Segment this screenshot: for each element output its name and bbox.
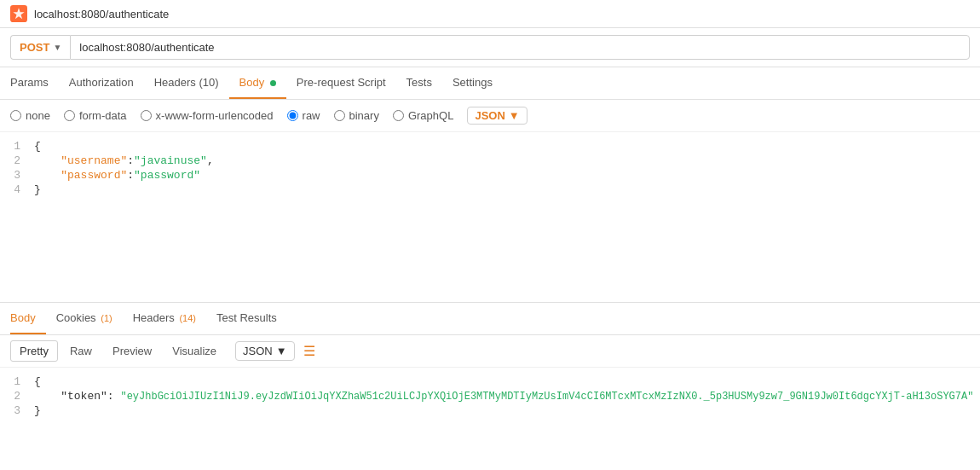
radio-binary-input[interactable] [334,110,345,121]
radio-graphql-input[interactable] [393,110,404,121]
response-sub-tabs: Pretty Raw Preview Visualize JSON ▼ ☰ [0,335,980,368]
response-tab-test-results[interactable]: Test Results [206,303,287,334]
headers-response-badge: (14) [179,313,196,323]
postman-icon [10,5,27,22]
top-bar: localhost:8080/authenticate [0,0,980,28]
method-select[interactable]: POST ▼ [10,35,70,60]
radio-none[interactable]: none [10,109,50,122]
response-tabs-row: Body Cookies (1) Headers (14) Test Resul… [0,303,980,335]
line-number: 2 [0,390,34,403]
tab-authorization[interactable]: Authorization [59,67,144,99]
resp-sub-tab-preview[interactable]: Preview [104,341,160,361]
request-body-editor[interactable]: 1 { 2 "username":"javainuse", 3 "passwor… [0,132,980,303]
resp-code-line-1: 1 { [0,374,980,389]
resp-code-line-2: 2 "token": "eyJhbGciOiJIUzI1NiJ9.eyJzdWI… [0,389,980,403]
url-input[interactable] [70,35,970,60]
response-json-select[interactable]: JSON ▼ [235,341,295,361]
url-bar-section: POST ▼ [0,28,980,67]
code-content: "token": "eyJhbGciOiJIUzI1NiJ9.eyJzdWIiO… [34,390,973,403]
top-bar-url: localhost:8080/authenticate [34,8,169,20]
cookies-badge: (1) [101,313,112,323]
line-number: 3 [0,404,34,417]
radio-raw[interactable]: raw [287,109,320,122]
json-select-chevron-icon: ▼ [509,109,520,122]
body-dot-indicator [270,80,276,86]
method-label: POST [20,41,49,54]
code-content: "password":"password" [34,169,200,182]
tab-pre-request-script[interactable]: Pre-request Script [286,67,396,99]
resp-sub-tab-pretty[interactable]: Pretty [10,340,58,362]
resp-sub-tab-visualize[interactable]: Visualize [164,341,225,361]
code-content: "username":"javainuse", [34,154,214,167]
headers-badge: (10) [199,76,218,89]
radio-form-data[interactable]: form-data [64,109,127,122]
tab-params[interactable]: Params [10,67,59,99]
code-content: } [34,183,41,196]
line-number: 2 [0,154,34,167]
response-section: Body Cookies (1) Headers (14) Test Resul… [0,303,980,425]
line-number: 3 [0,169,34,182]
resp-code-line-3: 3 } [0,403,980,418]
response-tab-cookies[interactable]: Cookies (1) [46,303,123,334]
response-tab-body[interactable]: Body [10,303,46,334]
radio-binary[interactable]: binary [334,109,379,122]
code-content: { [34,375,41,388]
radio-graphql[interactable]: GraphQL [393,109,453,122]
code-content: { [34,140,41,153]
radio-raw-input[interactable] [287,110,298,121]
line-number: 1 [0,375,34,388]
response-body-editor: 1 { 2 "token": "eyJhbGciOiJIUzI1NiJ9.eyJ… [0,368,980,425]
code-line-3: 3 "password":"password" [0,168,980,183]
response-json-label: JSON [243,345,273,357]
request-tabs-row: Params Authorization Headers (10) Body P… [0,67,980,100]
body-options-row: none form-data x-www-form-urlencoded raw… [0,100,980,132]
tab-tests[interactable]: Tests [396,67,442,99]
code-content: } [34,404,41,417]
code-line-4: 4 } [0,183,980,197]
tab-settings[interactable]: Settings [442,67,503,99]
radio-urlencoded-input[interactable] [141,110,152,121]
response-json-chevron-icon: ▼ [276,345,287,357]
json-format-select[interactable]: JSON ▼ [467,107,527,125]
resp-sub-tab-raw[interactable]: Raw [61,341,101,361]
response-tab-headers[interactable]: Headers (14) [123,303,206,334]
radio-none-input[interactable] [10,110,21,121]
wrap-text-icon[interactable]: ☰ [303,343,315,359]
tab-body[interactable]: Body [229,67,286,99]
line-number: 1 [0,140,34,153]
json-format-label: JSON [475,109,504,122]
radio-x-www-form-urlencoded[interactable]: x-www-form-urlencoded [141,109,274,122]
method-chevron-icon: ▼ [53,43,61,52]
code-line-1: 1 { [0,139,980,154]
tab-headers[interactable]: Headers (10) [144,67,229,99]
code-line-2: 2 "username":"javainuse", [0,154,980,168]
radio-form-data-input[interactable] [64,110,75,121]
line-number: 4 [0,183,34,196]
